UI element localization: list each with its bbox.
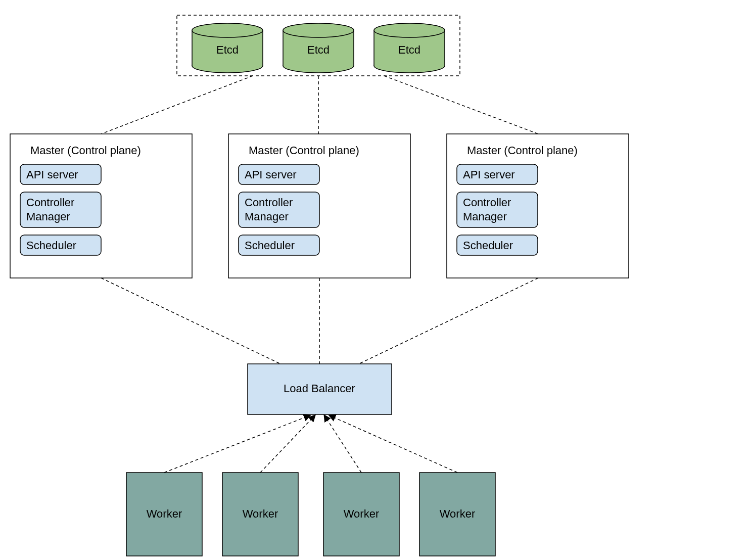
- master-component: API server: [245, 168, 297, 181]
- svg-point-14: [374, 23, 445, 37]
- etcd-node-2: Etcd: [374, 23, 445, 73]
- master-component: Controller: [245, 196, 293, 209]
- master-title: Master (Control plane): [467, 144, 578, 157]
- svg-point-9: [283, 23, 354, 37]
- edge-worker3-lb: [330, 415, 457, 473]
- edge-master0-lb: [101, 278, 280, 364]
- edge-etcd-master-0: [101, 76, 253, 134]
- master-component: Scheduler: [26, 239, 76, 252]
- worker-1: Worker: [222, 473, 298, 556]
- etcd-node-1: Etcd: [283, 23, 354, 73]
- architecture-diagram: Etcd Etcd Etcd Master (Control plane) AP…: [0, 0, 750, 560]
- master-component: API server: [463, 168, 515, 181]
- master-component: Scheduler: [245, 239, 295, 252]
- edge-etcd-master-2: [384, 76, 538, 134]
- svg-point-4: [192, 23, 263, 37]
- worker-2: Worker: [323, 473, 399, 556]
- worker-0: Worker: [126, 473, 202, 556]
- worker-3: Worker: [419, 473, 495, 556]
- edge-worker2-lb: [324, 415, 361, 473]
- edge-master2-lb: [359, 278, 538, 364]
- master-component: Controller: [26, 196, 74, 209]
- worker-label: Worker: [243, 507, 278, 520]
- master-1: Master (Control plane) API server Contro…: [228, 134, 410, 278]
- master-component: Manager: [245, 210, 289, 223]
- worker-label: Worker: [147, 507, 182, 520]
- master-component: API server: [26, 168, 78, 181]
- edge-worker1-lb: [260, 415, 315, 473]
- worker-label: Worker: [344, 507, 380, 520]
- worker-label: Worker: [440, 507, 476, 520]
- lb-label: Load Balancer: [284, 382, 355, 395]
- master-0: Master (Control plane) API server Contro…: [10, 134, 192, 278]
- load-balancer: Load Balancer: [248, 364, 392, 414]
- master-2: Master (Control plane) API server Contro…: [447, 134, 629, 278]
- master-title: Master (Control plane): [30, 144, 141, 157]
- master-component: Manager: [26, 210, 70, 223]
- etcd-node-0: Etcd: [192, 23, 263, 73]
- etcd-label: Etcd: [398, 43, 420, 56]
- master-component: Controller: [463, 196, 511, 209]
- etcd-label: Etcd: [307, 43, 330, 56]
- master-component: Manager: [463, 210, 507, 223]
- etcd-label: Etcd: [216, 43, 239, 56]
- master-component: Scheduler: [463, 239, 513, 252]
- master-title: Master (Control plane): [249, 144, 359, 157]
